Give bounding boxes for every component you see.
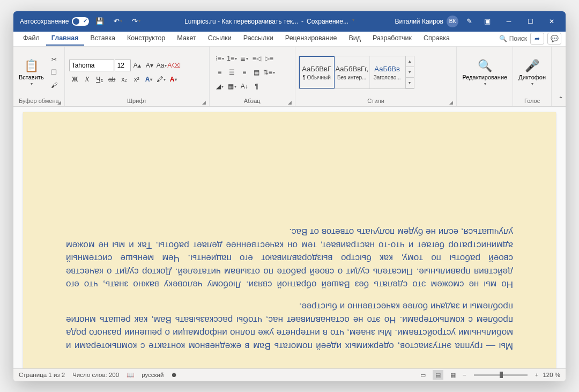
font-launcher-icon[interactable]: ◢ [202,100,206,105]
subscript-button[interactable]: x₂ [118,73,130,85]
tab-file[interactable]: Файл [18,32,45,46]
close-button[interactable]: ✕ [541,11,562,32]
collapse-ribbon-icon[interactable]: ⌃ [555,93,566,105]
web-layout-icon[interactable]: ▦ [448,370,458,380]
undo-icon[interactable]: ↶▾ [110,14,125,29]
word-window: Автосохранение ✓ 💾 ↶▾ ↷▾ Lumpics.ru - Ка… [13,11,566,381]
style-no-spacing[interactable]: АаБбВвГг, Без интер... [335,56,370,88]
italic-button[interactable]: К [81,73,93,85]
language-indicator[interactable]: русский [142,372,164,378]
align-left-icon[interactable]: ≡ [214,66,226,78]
tab-layout[interactable]: Макет [172,32,201,46]
autosave-toggle[interactable]: ✓ [72,17,89,26]
sort-icon[interactable]: A↓ [239,80,250,92]
multilevel-icon[interactable]: ≣▾ [239,53,250,64]
numbering-icon[interactable]: 1≡▾ [226,53,238,64]
font-size-input[interactable]: 12 [115,60,131,71]
cut-icon[interactable]: ✂ [48,54,60,65]
change-case-icon[interactable]: Aa▾ [156,60,168,71]
highlight-icon[interactable]: 🖍▾ [155,73,167,85]
document-area[interactable]: Мы — группа энтузиастов, одержимых идеей… [13,107,566,368]
zoom-level[interactable]: 120 % [543,372,560,378]
voice-label: Голос [524,98,540,104]
text-effects-icon[interactable]: A▾ [143,73,155,85]
title-dropdown-icon[interactable]: ▾ [352,18,354,25]
strike-button[interactable]: ab [106,73,118,85]
shading-icon[interactable]: ◢▾ [214,80,226,92]
clear-format-icon[interactable]: A⌫ [168,60,180,71]
styles-launcher-icon[interactable]: ◢ [449,100,453,105]
paragraph-launcher-icon[interactable]: ◢ [288,100,292,105]
group-styles: АаБбВвГ ¶ Обычный АаБбВвГг, Без интер...… [295,47,457,106]
tab-help[interactable]: Справка [418,32,455,46]
paragraph-2[interactable]: Но мы не сможем это сделать без Вашей об… [66,225,513,291]
minimize-button[interactable]: ─ [498,11,519,32]
paragraph-label: Абзац [244,98,261,104]
decrease-indent-icon[interactable]: ≡◁ [251,53,263,64]
styles-gallery[interactable]: АаБбВвГ ¶ Обычный АаБбВвГг, Без интер...… [299,56,414,89]
search-box[interactable]: 🔍 Поиск [499,35,527,42]
title-sep: - [301,18,303,25]
tab-references[interactable]: Ссылки [203,32,237,46]
justify-icon[interactable]: ▤ [251,66,263,78]
ribbon-display-icon[interactable]: ▣ [480,14,495,29]
spell-check-icon[interactable]: 📖 [127,371,134,379]
align-center-icon[interactable]: ☰ [226,66,238,78]
clipboard-label: Буфер обмена [19,98,59,104]
zoom-in-button[interactable]: + [535,372,539,378]
paste-button[interactable]: 📋 Вставить ▾ [17,57,46,88]
clipboard-launcher-icon[interactable]: ◢ [57,100,61,105]
zoom-out-button[interactable]: − [463,372,466,378]
show-marks-icon[interactable]: ¶ [251,80,263,92]
share-button[interactable]: ➦ [530,33,544,45]
style-normal[interactable]: АаБбВвГ ¶ Обычный [299,56,335,88]
underline-button[interactable]: Ч▾ [94,73,106,85]
copy-icon[interactable]: ❐ [48,66,60,78]
align-right-icon[interactable]: ≡ [239,66,250,78]
find-icon: 🔍 [478,59,492,73]
user-name: Виталий Каиров [395,18,443,25]
paste-label: Вставить [19,74,44,80]
save-icon[interactable]: 💾 [92,14,107,29]
shrink-font-icon[interactable]: A▾ [144,60,155,71]
tab-insert[interactable]: Вставка [85,32,121,46]
comments-button[interactable]: 💬 [547,33,561,45]
word-count[interactable]: Число слов: 200 [72,372,119,378]
redo-icon[interactable]: ↷▾ [129,14,144,29]
doc-title: Lumpics.ru - Как переворачивать тек... [184,18,298,25]
style-heading1[interactable]: АаБбВв Заголово... [370,56,405,88]
flipped-text[interactable]: Мы — группа энтузиастов, одержимых идеей… [66,216,513,352]
titlebar: Автосохранение ✓ 💾 ↶▾ ↷▾ Lumpics.ru - Ка… [13,11,566,32]
tab-design[interactable]: Конструктор [122,32,170,46]
editing-button[interactable]: 🔍 Редактирование ▾ [460,57,509,88]
print-layout-icon[interactable]: ▤ [433,370,443,380]
draw-mode-icon[interactable]: ✎ [462,14,477,29]
font-color-icon[interactable]: A▾ [168,73,180,85]
paragraph-1[interactable]: Мы — группа энтузиастов, одержимых идеей… [66,299,513,352]
increase-indent-icon[interactable]: ▷≡ [263,53,275,64]
tab-mailings[interactable]: Рассылки [238,32,279,46]
styles-scroll[interactable]: ▲▼▾ [405,56,414,88]
line-spacing-icon[interactable]: ⇅≡▾ [263,66,275,78]
tab-review[interactable]: Рецензирование [280,32,343,46]
dictate-button[interactable]: 🎤 Диктофон ▾ [516,57,548,88]
avatar[interactable]: ВК [447,16,458,27]
page-indicator[interactable]: Страница 1 из 2 [19,372,65,378]
borders-icon[interactable]: ▦▾ [226,80,238,92]
format-painter-icon[interactable]: 🖌 [48,79,60,91]
tab-view[interactable]: Вид [343,32,366,46]
grow-font-icon[interactable]: A▴ [131,60,143,71]
font-name-input[interactable]: Tahoma [69,60,114,71]
macro-icon[interactable]: ⏺ [171,372,177,378]
superscript-button[interactable]: x² [131,73,143,85]
tab-home[interactable]: Главная [46,32,84,46]
bullets-icon[interactable]: ⁝≡▾ [214,53,226,64]
search-label: Поиск [509,35,527,42]
read-mode-icon[interactable]: ▭ [418,370,428,380]
tab-developer[interactable]: Разработчик [367,32,417,46]
bold-button[interactable]: Ж [69,73,81,85]
group-voice: 🎤 Диктофон ▾ Голос [513,47,552,106]
page[interactable]: Мы — группа энтузиастов, одержимых идеей… [23,112,556,368]
maximize-button[interactable]: ☐ [519,11,541,32]
zoom-slider[interactable] [474,374,528,376]
